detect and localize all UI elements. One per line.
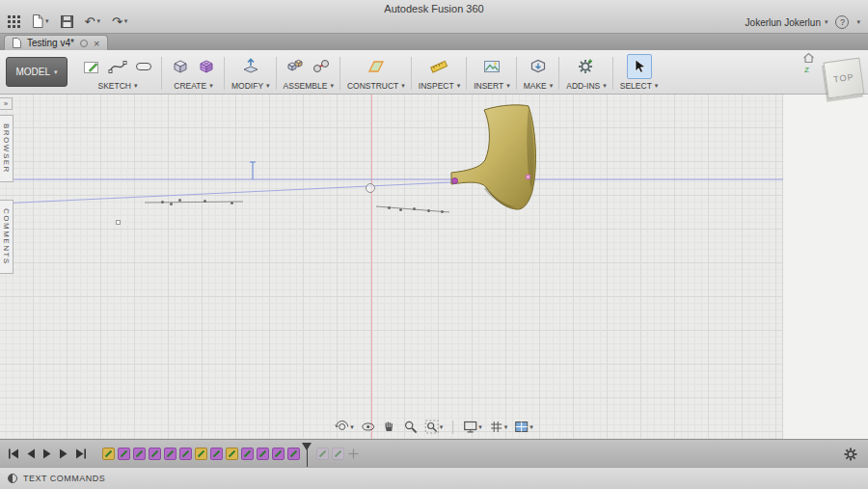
text-commands-icon[interactable] <box>8 474 17 483</box>
group-select: SELECT▾ <box>613 53 665 94</box>
look-at-icon[interactable] <box>361 420 375 434</box>
browser-panel-tab[interactable]: BROWSER <box>0 115 14 182</box>
sketch-point[interactable] <box>231 202 233 204</box>
expand-panel-icon[interactable]: » <box>0 97 13 110</box>
group-insert: INSERT▾ <box>467 53 517 94</box>
construction-plane-icon[interactable] <box>365 55 388 78</box>
window-title: Autodesk Fusion 360 <box>0 3 868 14</box>
measure-icon[interactable] <box>427 55 450 78</box>
viewcube-top-face[interactable]: TOP <box>824 58 865 99</box>
document-tabbar: Testing v4* × <box>0 34 868 50</box>
sketch-point[interactable] <box>170 203 173 205</box>
timeline-feature-sketch-ghost[interactable] <box>332 448 344 460</box>
sketch-construction-line[interactable] <box>0 182 451 204</box>
comments-panel-tab[interactable]: COMMENTS <box>0 200 14 274</box>
press-pull-icon[interactable] <box>239 55 262 78</box>
toolbar-groups: SKETCH▾ CREATE▾ <box>73 53 665 94</box>
group-sketch: SKETCH▾ <box>73 53 162 94</box>
timeline-feature-gold[interactable] <box>102 448 115 460</box>
sketch-point[interactable] <box>161 201 164 204</box>
joint-icon[interactable] <box>310 55 333 78</box>
primitive-box-icon[interactable] <box>169 55 192 78</box>
spline-tool-icon[interactable] <box>106 55 129 78</box>
grid-snaps-icon[interactable]: ▾ <box>489 420 508 434</box>
timeline-settings-gear-icon[interactable] <box>843 447 858 466</box>
create-sketch-icon[interactable] <box>80 55 103 78</box>
text-commands-label[interactable]: TEXT COMMANDS <box>23 474 105 483</box>
select-cursor-icon[interactable] <box>627 54 652 79</box>
timeline-position-marker[interactable] <box>302 443 312 450</box>
highlighted-sketch-point[interactable] <box>526 175 530 179</box>
display-settings-icon[interactable]: ▾ <box>463 420 482 434</box>
help-menu-caret[interactable]: ▾ <box>856 18 860 26</box>
step-back-icon[interactable] <box>26 448 36 459</box>
undo-icon[interactable]: ↶▾ <box>85 15 100 28</box>
timeline-feature-gold[interactable] <box>195 448 207 460</box>
group-add-ins: ADD-INS▾ <box>559 53 612 94</box>
sketch-point[interactable] <box>427 209 430 212</box>
timeline-playback-controls <box>8 448 87 459</box>
timeline-feature-sketch[interactable] <box>118 448 130 460</box>
timeline-feature-move-ghost[interactable] <box>347 448 360 460</box>
app-grid-icon[interactable] <box>8 15 20 28</box>
add-ins-gear-icon[interactable] <box>575 55 598 78</box>
workspace-switcher[interactable]: MODEL▾ <box>6 57 68 87</box>
fusion-window: Autodesk Fusion 360 ▾ ↶▾ ↷▾ Jokerlun Jok… <box>0 0 868 489</box>
group-modify: MODIFY▾ <box>225 53 277 94</box>
zoom-icon[interactable] <box>403 420 418 434</box>
redo-icon[interactable]: ↷▾ <box>112 15 127 28</box>
timeline-rolled-back-features <box>316 448 360 460</box>
save-icon[interactable] <box>61 15 73 28</box>
timeline-feature-sketch[interactable] <box>164 448 176 460</box>
tab-close-icon[interactable]: × <box>94 39 99 48</box>
make-3d-print-icon[interactable] <box>527 55 550 78</box>
group-construct: CONSTRUCT▾ <box>340 53 412 94</box>
horn-body[interactable] <box>451 105 535 209</box>
sketch-point[interactable] <box>203 200 206 203</box>
timeline-feature-gold[interactable] <box>226 448 238 460</box>
titlebar: Autodesk Fusion 360 ▾ ↶▾ ↷▾ Jokerlun Jok… <box>0 0 868 34</box>
dimension-marker[interactable] <box>250 162 256 179</box>
create-form-icon[interactable] <box>195 55 218 78</box>
quick-access-toolbar: ▾ ↶▾ ↷▾ <box>8 14 127 28</box>
timeline-feature-sketch-ghost[interactable] <box>316 448 329 460</box>
viewports-icon[interactable]: ▾ <box>514 420 533 434</box>
origin-point[interactable] <box>366 183 375 193</box>
timeline-feature-sketch[interactable] <box>287 448 300 460</box>
pan-icon[interactable] <box>382 420 396 434</box>
slot-tool-icon[interactable] <box>132 55 155 78</box>
insert-image-icon[interactable] <box>480 55 503 78</box>
sketch-point[interactable] <box>399 208 402 211</box>
statusbar: TEXT COMMANDS <box>0 467 868 489</box>
sketch-point[interactable] <box>413 207 416 210</box>
sketch-point[interactable] <box>178 199 181 202</box>
skip-end-icon[interactable] <box>75 448 87 459</box>
skip-start-icon[interactable] <box>8 448 19 459</box>
timeline-feature-sketch[interactable] <box>257 448 269 460</box>
play-icon[interactable] <box>42 448 52 459</box>
open-sketch-point[interactable] <box>116 220 121 225</box>
group-make: MAKE▾ <box>517 53 560 94</box>
sketch-point[interactable] <box>441 210 444 213</box>
viewport-canvas[interactable]: ▾ ▾ ▾ ▾ <box>0 95 868 439</box>
tab-sync-icon[interactable] <box>80 40 88 47</box>
timeline-feature-sketch[interactable] <box>241 448 254 460</box>
timeline-feature-sketch[interactable] <box>210 448 223 460</box>
new-component-icon[interactable] <box>284 55 307 78</box>
sketch-segment-left[interactable] <box>145 202 243 203</box>
orbit-icon[interactable]: ▾ <box>335 420 354 434</box>
file-icon[interactable]: ▾ <box>32 14 49 28</box>
sketch-point[interactable] <box>388 206 391 209</box>
step-forward-icon[interactable] <box>59 448 68 459</box>
selected-sketch-point[interactable] <box>451 177 458 184</box>
timeline-feature-sketch[interactable] <box>133 448 146 460</box>
navigation-toolbar: ▾ ▾ ▾ ▾ <box>335 420 533 434</box>
timeline-feature-sketch[interactable] <box>272 448 285 460</box>
fit-icon[interactable]: ▾ <box>424 420 444 434</box>
timeline-features <box>102 448 300 460</box>
timeline-feature-sketch[interactable] <box>179 448 192 460</box>
document-tab[interactable]: Testing v4* × <box>4 35 108 50</box>
user-menu[interactable]: Jokerlun Jokerlun▾ <box>746 17 828 28</box>
help-button[interactable]: ? <box>835 15 849 29</box>
timeline-feature-sketch[interactable] <box>149 448 161 460</box>
